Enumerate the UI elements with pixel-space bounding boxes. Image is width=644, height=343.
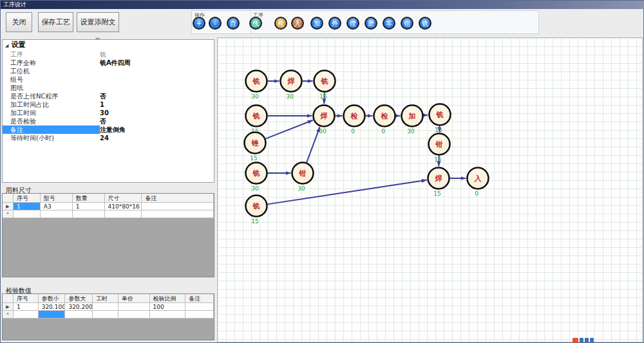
table-cell[interactable]: [105, 210, 142, 218]
property-label[interactable]: 组号: [3, 75, 100, 84]
flow-node-检[interactable]: 检0: [374, 106, 395, 135]
column-header-参数大[interactable]: 参数大: [65, 294, 93, 303]
toolbar-button-外[interactable]: 外: [328, 17, 341, 30]
property-label[interactable]: 等待时间(小时): [3, 134, 100, 142]
column-header-型号[interactable]: 型号: [41, 194, 73, 203]
column-header-尺寸[interactable]: 尺寸: [105, 194, 142, 203]
table-cell[interactable]: A3: [41, 203, 73, 210]
property-value[interactable]: 注意倒角: [100, 125, 214, 134]
property-value[interactable]: 否: [100, 92, 214, 100]
collapse-arrow-icon[interactable]: ◢: [5, 43, 8, 48]
table-cell[interactable]: [185, 303, 214, 311]
property-row-工位机[interactable]: 工位机: [3, 67, 214, 75]
table-cell[interactable]: [14, 311, 39, 319]
property-label[interactable]: 加工时间占比: [3, 100, 100, 109]
table-cell[interactable]: 1: [14, 303, 39, 311]
flow-node-焊[interactable]: 焊30: [281, 71, 302, 100]
column-header-备注[interactable]: 备注: [142, 194, 214, 203]
toolbar-button-车[interactable]: 车: [383, 17, 395, 30]
toolbar-button-铣[interactable]: 铣: [419, 17, 431, 30]
toolbar-button-线[interactable]: 线: [249, 17, 262, 30]
table-row[interactable]: *: [3, 210, 214, 218]
table-cell[interactable]: 410*80*16: [105, 203, 142, 210]
table-cell[interactable]: [65, 311, 93, 319]
property-value[interactable]: [100, 75, 214, 84]
toolbar-button-镗[interactable]: 镗: [346, 17, 359, 30]
table-row[interactable]: ▶1A31410*80*16: [3, 203, 214, 210]
flow-node-钳[interactable]: 钳30: [292, 163, 314, 192]
flow-node-铣[interactable]: 铣15: [430, 104, 451, 134]
property-value[interactable]: 30: [100, 109, 214, 117]
flowchart-canvas[interactable]: 铣30焊30铣15铣15焊60检0检0加30铣15锉15钳15铣30钳30焊15…: [217, 37, 643, 342]
material-table[interactable]: 序号型号数量尺寸备注▶1A31410*80*16*: [2, 193, 214, 277]
toolbar-button-自[interactable]: 自: [227, 17, 240, 30]
property-label[interactable]: 图纸: [3, 84, 100, 92]
close-button[interactable]: 关闭: [6, 12, 32, 32]
property-label[interactable]: 工位机: [3, 67, 100, 75]
column-header-工时[interactable]: 工时: [93, 294, 118, 303]
table-cell[interactable]: 100: [150, 303, 186, 311]
property-value[interactable]: 1: [100, 100, 214, 109]
row-selector[interactable]: ▶: [3, 203, 14, 210]
flow-node-焊[interactable]: 焊60: [314, 106, 335, 135]
table-cell[interactable]: [142, 203, 214, 210]
property-label[interactable]: 是否检验: [3, 117, 100, 125]
save-process-button[interactable]: 保存工艺: [38, 12, 73, 32]
table-cell[interactable]: [185, 311, 214, 319]
flow-node-铣[interactable]: 铣15: [314, 71, 336, 100]
row-selector-header[interactable]: [3, 194, 14, 203]
toolbar-button-钳[interactable]: 钳: [401, 17, 413, 30]
column-header-序号[interactable]: 序号: [14, 194, 41, 203]
property-label[interactable]: 是否上传NC程序: [3, 92, 100, 100]
property-label[interactable]: 工序全称: [3, 59, 100, 67]
column-header-备注[interactable]: 备注: [185, 294, 214, 303]
table-cell[interactable]: [93, 303, 118, 311]
row-selector[interactable]: ▶: [3, 303, 14, 311]
property-row-工序[interactable]: 工序铣: [3, 50, 214, 59]
column-header-检验比例[interactable]: 检验比例: [150, 294, 186, 303]
toolbar-button-磨[interactable]: 磨: [365, 17, 377, 30]
toolbar-button-加[interactable]: 加: [310, 17, 323, 30]
table-cell[interactable]: [39, 311, 66, 319]
table-cell[interactable]: [41, 210, 73, 218]
row-selector[interactable]: *: [3, 311, 14, 319]
property-value[interactable]: [100, 67, 214, 75]
toolbar-button-+[interactable]: +: [193, 17, 205, 30]
property-value[interactable]: 铣: [100, 50, 214, 59]
column-header-数量[interactable]: 数量: [73, 194, 105, 203]
property-row-图纸[interactable]: 图纸: [3, 84, 214, 92]
flow-node-铣[interactable]: 铣30: [246, 163, 267, 192]
property-value[interactable]: 24: [100, 134, 214, 142]
flow-node-铣[interactable]: 铣30: [246, 71, 267, 100]
property-row-组号[interactable]: 组号: [3, 75, 214, 84]
property-row-工序全称[interactable]: 工序全称铣A件四周: [3, 59, 214, 67]
toolbar-button-检[interactable]: 检: [274, 17, 287, 30]
property-row-是否检验[interactable]: 是否检验否: [3, 117, 214, 125]
toolbar-button-入[interactable]: 入: [291, 17, 304, 30]
table-cell[interactable]: [118, 303, 150, 311]
table-cell[interactable]: 320.100: [39, 303, 66, 311]
property-label[interactable]: 工序: [3, 50, 100, 59]
property-row-加工时间占比[interactable]: 加工时间占比1: [3, 100, 214, 109]
column-header-单价[interactable]: 单价: [118, 294, 150, 303]
column-header-序号[interactable]: 序号: [14, 294, 39, 303]
set-attachment-button[interactable]: 设置添附文件: [77, 12, 119, 32]
flow-node-检[interactable]: 检0: [344, 106, 365, 135]
table-cell[interactable]: 1: [14, 203, 41, 210]
flow-node-加[interactable]: 加30: [402, 106, 423, 135]
property-row-加工时间[interactable]: 加工时间30: [3, 109, 214, 117]
row-selector-header[interactable]: [3, 294, 14, 303]
flow-node-入[interactable]: 入0: [468, 168, 489, 198]
property-label[interactable]: 备注: [3, 125, 100, 134]
table-cell[interactable]: [118, 311, 150, 319]
inspection-table[interactable]: 序号参数小参数大工时单价检验比例备注▶1320.100320.200100*: [2, 293, 214, 340]
settings-property-grid[interactable]: ◢设置 工序铣工序全称铣A件四周工位机组号图纸是否上传NC程序否加工时间占比1加…: [2, 39, 214, 183]
table-cell[interactable]: [142, 210, 214, 218]
table-cell[interactable]: [150, 311, 186, 319]
table-row[interactable]: ▶1320.100320.200100: [3, 303, 214, 311]
table-cell[interactable]: 1: [73, 203, 105, 210]
table-cell[interactable]: [93, 311, 118, 319]
property-row-等待时间(小时)[interactable]: 等待时间(小时)24: [3, 134, 214, 142]
flow-node-钳[interactable]: 钳15: [429, 134, 450, 163]
flow-node-锉[interactable]: 锉15: [245, 133, 266, 162]
